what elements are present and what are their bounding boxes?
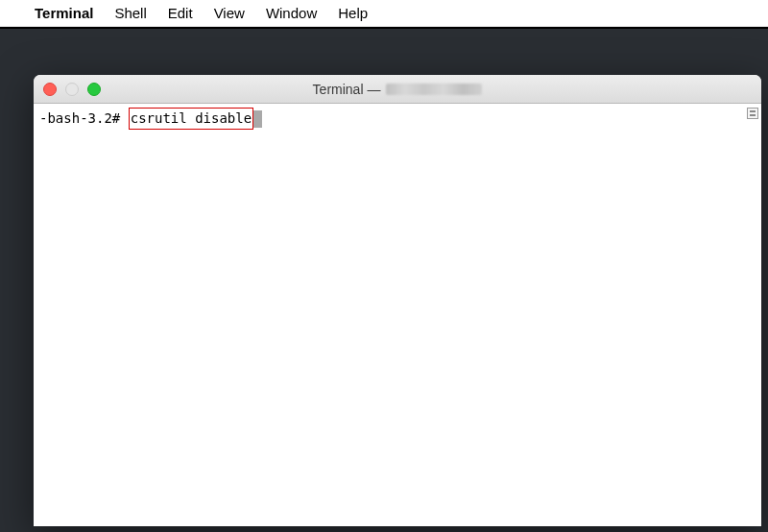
shell-prompt: -bash-3.2# bbox=[39, 109, 129, 129]
menu-view[interactable]: View bbox=[214, 5, 245, 21]
menu-app-name[interactable]: Terminal bbox=[35, 5, 93, 21]
command-text: csrutil disable bbox=[129, 108, 253, 130]
desktop-background: Terminal — -bash-3.2# csrutil disable bbox=[0, 27, 768, 532]
zoom-button[interactable] bbox=[87, 83, 101, 96]
terminal-content-area[interactable]: -bash-3.2# csrutil disable bbox=[34, 104, 761, 526]
menu-window[interactable]: Window bbox=[266, 5, 317, 21]
system-menubar: Terminal Shell Edit View Window Help bbox=[0, 0, 768, 27]
window-title-text: Terminal — bbox=[313, 82, 381, 97]
window-title: Terminal — bbox=[34, 82, 761, 97]
menu-edit[interactable]: Edit bbox=[168, 5, 193, 21]
menu-shell[interactable]: Shell bbox=[114, 5, 146, 21]
terminal-line: -bash-3.2# csrutil disable bbox=[39, 108, 756, 130]
window-title-obscured bbox=[386, 84, 482, 95]
cursor-icon bbox=[253, 110, 262, 128]
scroll-indicator-icon[interactable] bbox=[747, 108, 758, 119]
minimize-button[interactable] bbox=[65, 83, 79, 96]
window-titlebar[interactable]: Terminal — bbox=[34, 75, 761, 104]
menu-help[interactable]: Help bbox=[338, 5, 368, 21]
traffic-lights bbox=[43, 83, 101, 96]
terminal-window[interactable]: Terminal — -bash-3.2# csrutil disable bbox=[34, 75, 761, 526]
close-button[interactable] bbox=[43, 83, 57, 96]
